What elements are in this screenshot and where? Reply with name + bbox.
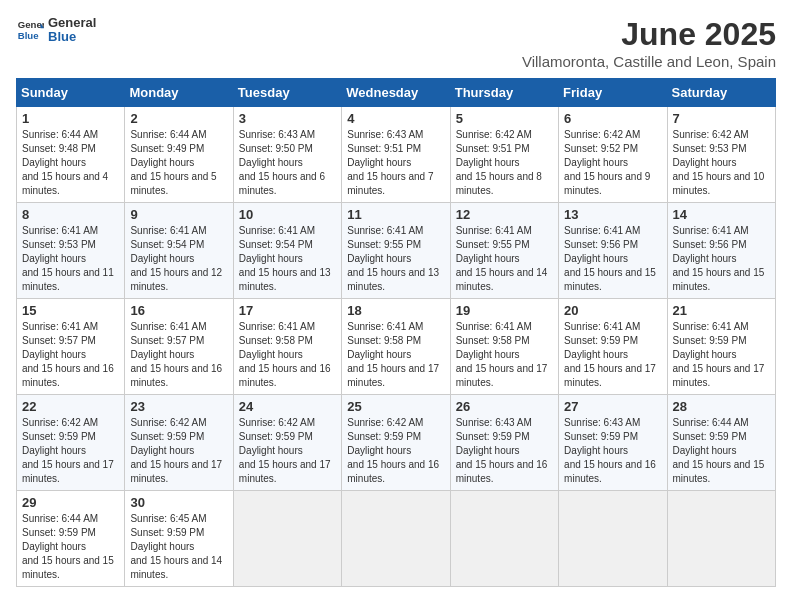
- day-number: 22: [22, 399, 119, 414]
- calendar-cell: 28Sunrise: 6:44 AMSunset: 9:59 PMDayligh…: [667, 395, 775, 491]
- day-info: Sunrise: 6:43 AMSunset: 9:59 PMDaylight …: [456, 416, 553, 486]
- calendar-cell: 19Sunrise: 6:41 AMSunset: 9:58 PMDayligh…: [450, 299, 558, 395]
- day-number: 29: [22, 495, 119, 510]
- day-info: Sunrise: 6:44 AMSunset: 9:59 PMDaylight …: [22, 512, 119, 582]
- weekday-header-row: SundayMondayTuesdayWednesdayThursdayFrid…: [17, 79, 776, 107]
- day-number: 9: [130, 207, 227, 222]
- day-info: Sunrise: 6:43 AMSunset: 9:51 PMDaylight …: [347, 128, 444, 198]
- calendar-cell: 30Sunrise: 6:45 AMSunset: 9:59 PMDayligh…: [125, 491, 233, 587]
- day-number: 10: [239, 207, 336, 222]
- day-number: 14: [673, 207, 770, 222]
- calendar-cell: 15Sunrise: 6:41 AMSunset: 9:57 PMDayligh…: [17, 299, 125, 395]
- day-number: 20: [564, 303, 661, 318]
- calendar-cell: 6Sunrise: 6:42 AMSunset: 9:52 PMDaylight…: [559, 107, 667, 203]
- calendar-cell: 1Sunrise: 6:44 AMSunset: 9:48 PMDaylight…: [17, 107, 125, 203]
- calendar-title: June 2025: [522, 16, 776, 53]
- calendar-cell: 14Sunrise: 6:41 AMSunset: 9:56 PMDayligh…: [667, 203, 775, 299]
- calendar-cell: 10Sunrise: 6:41 AMSunset: 9:54 PMDayligh…: [233, 203, 341, 299]
- day-info: Sunrise: 6:42 AMSunset: 9:53 PMDaylight …: [673, 128, 770, 198]
- calendar-cell: 21Sunrise: 6:41 AMSunset: 9:59 PMDayligh…: [667, 299, 775, 395]
- calendar-cell: 7Sunrise: 6:42 AMSunset: 9:53 PMDaylight…: [667, 107, 775, 203]
- day-number: 5: [456, 111, 553, 126]
- day-info: Sunrise: 6:44 AMSunset: 9:59 PMDaylight …: [673, 416, 770, 486]
- calendar-cell: 25Sunrise: 6:42 AMSunset: 9:59 PMDayligh…: [342, 395, 450, 491]
- day-info: Sunrise: 6:41 AMSunset: 9:53 PMDaylight …: [22, 224, 119, 294]
- day-number: 23: [130, 399, 227, 414]
- calendar-cell: 5Sunrise: 6:42 AMSunset: 9:51 PMDaylight…: [450, 107, 558, 203]
- svg-text:Blue: Blue: [18, 30, 39, 41]
- week-row-1: 1Sunrise: 6:44 AMSunset: 9:48 PMDaylight…: [17, 107, 776, 203]
- day-info: Sunrise: 6:41 AMSunset: 9:58 PMDaylight …: [239, 320, 336, 390]
- day-info: Sunrise: 6:44 AMSunset: 9:49 PMDaylight …: [130, 128, 227, 198]
- calendar-cell: 12Sunrise: 6:41 AMSunset: 9:55 PMDayligh…: [450, 203, 558, 299]
- calendar-cell: 23Sunrise: 6:42 AMSunset: 9:59 PMDayligh…: [125, 395, 233, 491]
- day-number: 28: [673, 399, 770, 414]
- calendar-cell: [450, 491, 558, 587]
- day-info: Sunrise: 6:42 AMSunset: 9:51 PMDaylight …: [456, 128, 553, 198]
- calendar-cell: 20Sunrise: 6:41 AMSunset: 9:59 PMDayligh…: [559, 299, 667, 395]
- week-row-4: 22Sunrise: 6:42 AMSunset: 9:59 PMDayligh…: [17, 395, 776, 491]
- calendar-cell: 18Sunrise: 6:41 AMSunset: 9:58 PMDayligh…: [342, 299, 450, 395]
- weekday-header-tuesday: Tuesday: [233, 79, 341, 107]
- day-info: Sunrise: 6:43 AMSunset: 9:59 PMDaylight …: [564, 416, 661, 486]
- calendar-cell: 11Sunrise: 6:41 AMSunset: 9:55 PMDayligh…: [342, 203, 450, 299]
- title-area: June 2025 Villamoronta, Castille and Leo…: [522, 16, 776, 70]
- day-number: 4: [347, 111, 444, 126]
- day-info: Sunrise: 6:41 AMSunset: 9:54 PMDaylight …: [239, 224, 336, 294]
- svg-text:General: General: [18, 20, 44, 31]
- day-info: Sunrise: 6:45 AMSunset: 9:59 PMDaylight …: [130, 512, 227, 582]
- calendar-table: SundayMondayTuesdayWednesdayThursdayFrid…: [16, 78, 776, 587]
- day-number: 12: [456, 207, 553, 222]
- weekday-header-thursday: Thursday: [450, 79, 558, 107]
- day-info: Sunrise: 6:43 AMSunset: 9:50 PMDaylight …: [239, 128, 336, 198]
- day-info: Sunrise: 6:41 AMSunset: 9:55 PMDaylight …: [347, 224, 444, 294]
- weekday-header-wednesday: Wednesday: [342, 79, 450, 107]
- day-number: 27: [564, 399, 661, 414]
- calendar-cell: 29Sunrise: 6:44 AMSunset: 9:59 PMDayligh…: [17, 491, 125, 587]
- weekday-header-saturday: Saturday: [667, 79, 775, 107]
- day-number: 2: [130, 111, 227, 126]
- day-info: Sunrise: 6:42 AMSunset: 9:59 PMDaylight …: [130, 416, 227, 486]
- day-number: 16: [130, 303, 227, 318]
- calendar-cell: 8Sunrise: 6:41 AMSunset: 9:53 PMDaylight…: [17, 203, 125, 299]
- day-info: Sunrise: 6:41 AMSunset: 9:55 PMDaylight …: [456, 224, 553, 294]
- calendar-cell: 16Sunrise: 6:41 AMSunset: 9:57 PMDayligh…: [125, 299, 233, 395]
- day-number: 26: [456, 399, 553, 414]
- calendar-subtitle: Villamoronta, Castille and Leon, Spain: [522, 53, 776, 70]
- logo-general: General: [48, 16, 96, 30]
- day-number: 30: [130, 495, 227, 510]
- day-info: Sunrise: 6:41 AMSunset: 9:56 PMDaylight …: [564, 224, 661, 294]
- logo: General Blue General Blue: [16, 16, 96, 45]
- calendar-cell: [559, 491, 667, 587]
- weekday-header-sunday: Sunday: [17, 79, 125, 107]
- day-info: Sunrise: 6:41 AMSunset: 9:59 PMDaylight …: [564, 320, 661, 390]
- day-number: 7: [673, 111, 770, 126]
- day-info: Sunrise: 6:41 AMSunset: 9:57 PMDaylight …: [130, 320, 227, 390]
- weekday-header-monday: Monday: [125, 79, 233, 107]
- calendar-cell: 4Sunrise: 6:43 AMSunset: 9:51 PMDaylight…: [342, 107, 450, 203]
- day-info: Sunrise: 6:42 AMSunset: 9:59 PMDaylight …: [239, 416, 336, 486]
- day-info: Sunrise: 6:42 AMSunset: 9:59 PMDaylight …: [347, 416, 444, 486]
- day-number: 25: [347, 399, 444, 414]
- day-number: 17: [239, 303, 336, 318]
- calendar-cell: 17Sunrise: 6:41 AMSunset: 9:58 PMDayligh…: [233, 299, 341, 395]
- day-info: Sunrise: 6:42 AMSunset: 9:59 PMDaylight …: [22, 416, 119, 486]
- calendar-cell: 3Sunrise: 6:43 AMSunset: 9:50 PMDaylight…: [233, 107, 341, 203]
- week-row-2: 8Sunrise: 6:41 AMSunset: 9:53 PMDaylight…: [17, 203, 776, 299]
- day-number: 19: [456, 303, 553, 318]
- day-info: Sunrise: 6:41 AMSunset: 9:54 PMDaylight …: [130, 224, 227, 294]
- day-info: Sunrise: 6:41 AMSunset: 9:56 PMDaylight …: [673, 224, 770, 294]
- calendar-cell: 27Sunrise: 6:43 AMSunset: 9:59 PMDayligh…: [559, 395, 667, 491]
- header: General Blue General Blue June 2025 Vill…: [16, 16, 776, 70]
- calendar-cell: [233, 491, 341, 587]
- day-info: Sunrise: 6:44 AMSunset: 9:48 PMDaylight …: [22, 128, 119, 198]
- calendar-cell: 24Sunrise: 6:42 AMSunset: 9:59 PMDayligh…: [233, 395, 341, 491]
- day-info: Sunrise: 6:41 AMSunset: 9:57 PMDaylight …: [22, 320, 119, 390]
- week-row-5: 29Sunrise: 6:44 AMSunset: 9:59 PMDayligh…: [17, 491, 776, 587]
- day-number: 15: [22, 303, 119, 318]
- week-row-3: 15Sunrise: 6:41 AMSunset: 9:57 PMDayligh…: [17, 299, 776, 395]
- day-number: 24: [239, 399, 336, 414]
- day-info: Sunrise: 6:41 AMSunset: 9:58 PMDaylight …: [456, 320, 553, 390]
- day-number: 11: [347, 207, 444, 222]
- day-info: Sunrise: 6:42 AMSunset: 9:52 PMDaylight …: [564, 128, 661, 198]
